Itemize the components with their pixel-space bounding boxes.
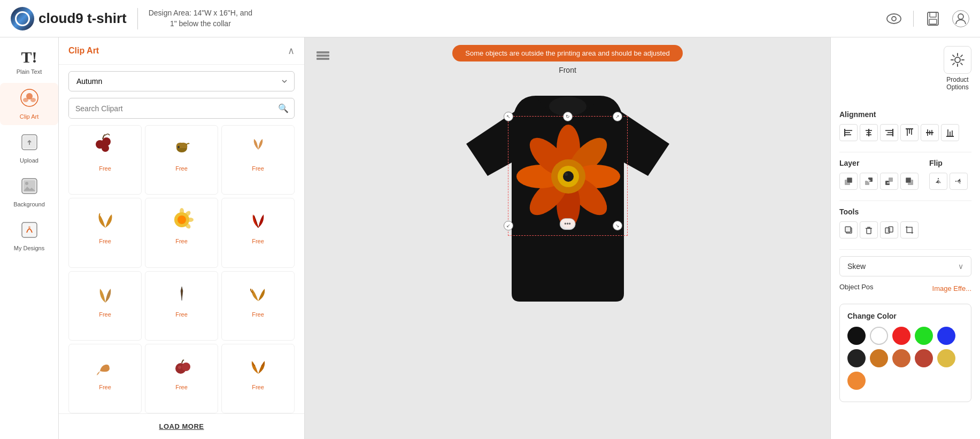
- alignment-title: Alignment: [839, 110, 971, 119]
- clipart-image: [89, 131, 121, 163]
- align-center-h-button[interactable]: [860, 124, 878, 141]
- svg-point-24: [180, 208, 184, 214]
- color-swatch-gold[interactable]: [937, 349, 955, 367]
- color-swatch-rust[interactable]: [892, 349, 910, 367]
- tool-clone-button[interactable]: [880, 221, 898, 238]
- skew-row[interactable]: Skew ∨: [839, 256, 971, 276]
- svg-point-5: [958, 14, 963, 19]
- search-box: 🔍: [68, 98, 295, 119]
- svg-point-0: [887, 14, 901, 24]
- sidebar-item-label-clip-art: Clip Art: [20, 113, 38, 120]
- layer-buttons: [839, 173, 919, 190]
- align-left-button[interactable]: [839, 124, 858, 141]
- color-swatch-dark-black[interactable]: [847, 349, 866, 367]
- product-options-button[interactable]: Product Options: [944, 46, 971, 91]
- layer-front-button[interactable]: [839, 173, 858, 190]
- flip-h-button[interactable]: [929, 173, 947, 190]
- color-swatch-red[interactable]: [892, 327, 910, 345]
- layers-button[interactable]: [314, 47, 331, 66]
- divider-1: [839, 152, 971, 152]
- load-more-button[interactable]: LOAD MORE: [59, 413, 304, 439]
- list-item[interactable]: Free: [221, 198, 295, 267]
- clipart-image: [242, 131, 274, 163]
- flower-design: [514, 122, 623, 231]
- sidebar-item-clip-art[interactable]: Clip Art: [0, 83, 58, 125]
- svg-rect-77: [889, 178, 893, 182]
- list-item[interactable]: Free: [145, 125, 218, 195]
- tool-duplicate-button[interactable]: [839, 221, 858, 238]
- right-panel: Product Options Alignment: [830, 37, 980, 439]
- tools-title: Tools: [839, 207, 971, 216]
- layer-forward-button[interactable]: [860, 173, 878, 190]
- align-top-button[interactable]: [900, 124, 919, 141]
- list-item[interactable]: Free: [68, 125, 142, 195]
- color-swatch-blue[interactable]: [937, 327, 955, 345]
- color-swatch-green[interactable]: [915, 327, 933, 345]
- clip-art-icon: [20, 88, 39, 111]
- layer-backward-button[interactable]: [880, 173, 898, 190]
- list-item[interactable]: Free: [68, 344, 142, 413]
- color-row-1: [847, 327, 963, 345]
- clipart-image: [242, 204, 274, 236]
- layer-title: Layer: [839, 159, 919, 167]
- svg-rect-55: [868, 129, 869, 136]
- color-swatch-dark-red[interactable]: [915, 349, 933, 367]
- clipart-image: [89, 204, 121, 236]
- image-effect-label[interactable]: Image Effe...: [932, 284, 971, 292]
- canvas-view-label: Front: [559, 66, 576, 74]
- list-item[interactable]: Free: [145, 198, 218, 267]
- svg-point-46: [565, 173, 568, 176]
- sidebar-item-upload[interactable]: Upload: [0, 128, 58, 169]
- tool-buttons: [839, 221, 971, 238]
- layer-back-button[interactable]: [900, 173, 919, 190]
- save-icon[interactable]: [924, 10, 942, 27]
- tshirt-container: ↖ ↗ ↙ ↘ ↻ •••: [466, 80, 669, 322]
- clipart-label: Free: [175, 165, 188, 172]
- handle-top-right[interactable]: ↗: [613, 112, 622, 121]
- align-center-v-button[interactable]: [921, 124, 939, 141]
- panel-collapse-button[interactable]: ∧: [288, 45, 295, 57]
- list-item[interactable]: Free: [221, 271, 295, 341]
- clipart-image: [89, 277, 121, 309]
- clipart-label: Free: [99, 384, 111, 390]
- handle-bottom-right[interactable]: ↘: [613, 221, 622, 230]
- user-account-icon[interactable]: [952, 10, 969, 27]
- list-item[interactable]: Free: [145, 344, 218, 413]
- search-input[interactable]: [69, 99, 273, 118]
- flip-v-button[interactable]: [950, 173, 968, 190]
- svg-rect-59: [892, 129, 893, 136]
- sidebar-item-background[interactable]: Background: [0, 172, 58, 213]
- list-item[interactable]: Free: [145, 271, 218, 341]
- svg-rect-57: [888, 132, 893, 133]
- align-right-button[interactable]: [880, 124, 898, 141]
- product-options-label: Product Options: [946, 76, 968, 91]
- sidebar-item-my-designs[interactable]: My Designs: [0, 215, 58, 257]
- preview-icon[interactable]: [885, 10, 902, 27]
- warning-banner: Some objects are outside the printing ar…: [452, 45, 682, 61]
- color-swatch-orange[interactable]: [847, 372, 866, 390]
- tool-crop-button[interactable]: [900, 221, 919, 238]
- skew-label: Skew: [847, 262, 866, 271]
- sidebar-item-plain-text[interactable]: T! Plain Text: [0, 43, 58, 80]
- handle-bottom-left[interactable]: ↙: [504, 221, 513, 230]
- align-bottom-button[interactable]: [941, 124, 959, 141]
- upload-icon: [20, 133, 38, 155]
- context-menu-handle[interactable]: •••: [559, 218, 576, 230]
- list-item[interactable]: Free: [221, 344, 295, 413]
- list-item[interactable]: Free: [68, 198, 142, 267]
- design-area-info: Design Area: 14"W x 16"H, and 1" below t…: [149, 8, 252, 29]
- color-swatch-orange-brown[interactable]: [870, 349, 888, 367]
- svg-point-23: [178, 215, 186, 224]
- svg-rect-48: [845, 130, 852, 131]
- logo-icon: [11, 7, 34, 30]
- panel-header: Clip Art ∧: [59, 37, 304, 65]
- list-item[interactable]: Free: [68, 271, 142, 341]
- tool-delete-button[interactable]: [860, 221, 878, 238]
- svg-point-9: [30, 98, 36, 102]
- category-select[interactable]: Autumn: [68, 71, 295, 91]
- color-swatch-white[interactable]: [870, 327, 888, 345]
- handle-top-left[interactable]: ↖: [504, 112, 513, 121]
- list-item[interactable]: Free: [221, 125, 295, 195]
- handle-rotate[interactable]: ↻: [563, 112, 573, 121]
- color-swatch-black[interactable]: [847, 327, 866, 345]
